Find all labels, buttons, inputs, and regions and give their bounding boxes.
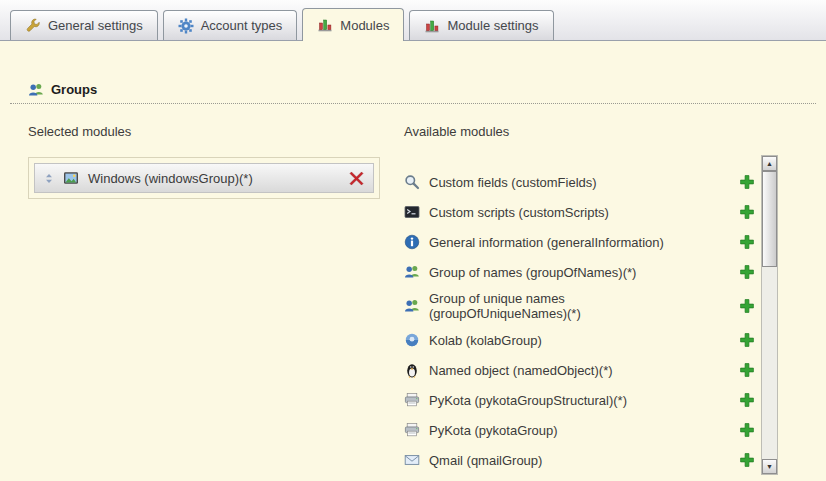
selected-module-row[interactable]: Windows (windowsGroup)(*) <box>34 163 374 193</box>
tab-label: Module settings <box>447 18 538 33</box>
available-modules-heading: Available modules <box>404 124 509 139</box>
add-module-button[interactable] <box>739 204 755 220</box>
tab-label: Account types <box>201 18 283 33</box>
groups-section-header: Groups <box>10 76 816 104</box>
bar-chart-icon <box>317 17 333 33</box>
scroll-up-button[interactable]: ▲ <box>762 156 777 171</box>
remove-module-button[interactable] <box>349 171 364 186</box>
lam-configuration-page: General settings Account types Modules M… <box>0 0 826 481</box>
scroll-down-button[interactable]: ▼ <box>762 459 777 474</box>
penguin-icon <box>404 362 420 378</box>
add-module-button[interactable] <box>739 264 755 280</box>
available-modules-panel: Custom fields (customFields) Custom scri… <box>404 155 778 475</box>
info-icon <box>404 234 420 250</box>
add-module-button[interactable] <box>739 362 755 378</box>
module-label: PyKota (pykotaGroupStructural)(*) <box>429 393 627 408</box>
module-label: Custom fields (customFields) <box>429 175 597 190</box>
gear-icon <box>178 18 194 34</box>
wrench-icon <box>25 18 41 34</box>
bar-chart-icon <box>424 18 440 34</box>
add-module-button[interactable] <box>739 332 755 348</box>
add-module-button[interactable] <box>739 392 755 408</box>
section-title: Groups <box>51 82 97 97</box>
scrollbar-thumb[interactable] <box>762 171 777 267</box>
group-icon <box>404 298 420 314</box>
drag-handle-icon[interactable] <box>44 173 54 184</box>
tab-modules[interactable]: Modules <box>302 8 404 41</box>
list-item: Qmail (qmailGroup) <box>404 445 761 475</box>
module-label: Group of names (groupOfNames)(*) <box>429 265 636 280</box>
tab-bar: General settings Account types Modules M… <box>0 0 826 40</box>
mail-icon <box>404 452 420 468</box>
available-modules-list: Custom fields (customFields) Custom scri… <box>404 155 761 475</box>
tab-module-settings[interactable]: Module settings <box>409 10 553 40</box>
list-item: Custom scripts (customScripts) <box>404 197 761 227</box>
add-module-button[interactable] <box>739 174 755 190</box>
list-item: Kolab (kolabGroup) <box>404 325 761 355</box>
module-label: Custom scripts (customScripts) <box>429 205 609 220</box>
group-icon <box>404 264 420 280</box>
groups-icon <box>28 82 44 98</box>
selected-module-label: Windows (windowsGroup)(*) <box>88 171 340 186</box>
terminal-icon <box>404 204 420 220</box>
selected-modules-list: Windows (windowsGroup)(*) <box>28 157 380 199</box>
tab-general-settings[interactable]: General settings <box>10 10 158 40</box>
module-label: Named object (namedObject)(*) <box>429 363 613 378</box>
printer-icon <box>404 392 420 408</box>
list-item: PyKota (pykotaGroup) <box>404 415 761 445</box>
list-item: Custom fields (customFields) <box>404 167 761 197</box>
magnifier-icon <box>404 174 420 190</box>
tab-label: Modules <box>340 18 389 33</box>
module-label: Qmail (qmailGroup) <box>429 453 542 468</box>
add-module-button[interactable] <box>739 234 755 250</box>
selected-modules-heading: Selected modules <box>28 124 131 139</box>
scrollbar[interactable]: ▲ ▼ <box>761 155 778 475</box>
list-item: Named object (namedObject)(*) <box>404 355 761 385</box>
add-module-button[interactable] <box>739 422 755 438</box>
list-item: Group of names (groupOfNames)(*) <box>404 257 761 287</box>
kolab-icon <box>404 332 420 348</box>
module-label: PyKota (pykotaGroup) <box>429 423 558 438</box>
printer-icon <box>404 422 420 438</box>
add-module-button[interactable] <box>739 452 755 468</box>
add-module-button[interactable] <box>739 298 755 314</box>
windows-module-icon <box>63 170 79 186</box>
module-label: Kolab (kolabGroup) <box>429 333 542 348</box>
tabbar-divider <box>0 40 826 41</box>
tab-account-types[interactable]: Account types <box>163 10 298 40</box>
tab-label: General settings <box>48 18 143 33</box>
module-label: General information (generalInformation) <box>429 235 664 250</box>
list-item: PyKota (pykotaGroupStructural)(*) <box>404 385 761 415</box>
list-item: Group of unique names (groupOfUniqueName… <box>404 287 761 325</box>
list-item: General information (generalInformation) <box>404 227 761 257</box>
module-label: Group of unique names (groupOfUniqueName… <box>429 291 697 321</box>
